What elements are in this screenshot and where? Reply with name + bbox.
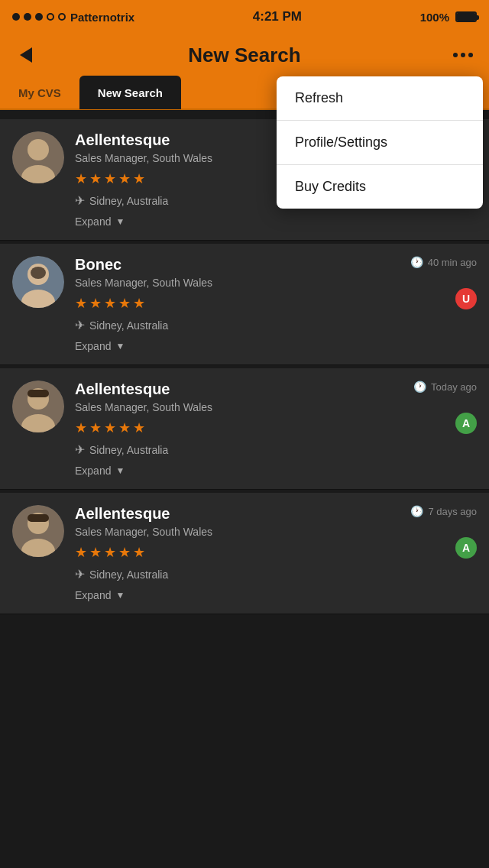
svg-point-6 — [31, 267, 46, 279]
card-info-4: Aellentesque Sales Manager, South Wales … — [75, 505, 477, 601]
svg-point-1 — [28, 139, 49, 160]
location-icon-2: ✈ — [75, 318, 85, 332]
status-left: Patternotrix — [12, 11, 134, 24]
avatar-1 — [12, 131, 64, 183]
clock-icon-2: 🕐 — [410, 256, 423, 268]
card-meta-2: 🕐 40 min ago — [410, 256, 477, 268]
profile-card-4[interactable]: Aellentesque Sales Manager, South Wales … — [0, 493, 489, 614]
star-2: ★ — [89, 295, 102, 312]
avatar-4 — [12, 505, 64, 557]
expand-arrow-icon-1: ▼ — [115, 216, 125, 227]
dot-2 — [24, 13, 31, 21]
more-options-button[interactable] — [449, 41, 477, 69]
battery-percent: 100% — [420, 11, 449, 24]
card-info-2: Bonec Sales Manager, South Wales ★ ★ ★ ★… — [75, 256, 477, 352]
expand-arrow-icon-2: ▼ — [115, 341, 125, 351]
profile-card-3[interactable]: Aellentesque Sales Manager, South Wales … — [0, 368, 489, 490]
star-5: ★ — [133, 419, 145, 436]
star-4: ★ — [118, 295, 131, 312]
timestamp-2: 40 min ago — [428, 257, 477, 268]
dropdown-profile-settings[interactable]: Profile/Settings — [277, 121, 483, 165]
card-meta-4: 🕐 7 days ago — [410, 505, 477, 517]
card-role-2: Sales Manager, South Wales — [75, 277, 477, 289]
clock-icon-3: 🕐 — [413, 381, 426, 393]
star-1: ★ — [75, 419, 87, 436]
clock-icon-4: 🕐 — [410, 505, 423, 517]
card-info-3: Aellentesque Sales Manager, South Wales … — [75, 381, 477, 477]
timestamp-4: 7 days ago — [428, 506, 477, 517]
star-2: ★ — [89, 419, 102, 436]
dropdown-menu: Refresh Profile/Settings Buy Credits — [277, 76, 483, 209]
star-5: ★ — [133, 170, 145, 187]
tab-new-search[interactable]: New Search — [79, 76, 181, 109]
card-location-2: ✈ Sidney, Australia — [75, 318, 477, 332]
star-3: ★ — [104, 170, 116, 187]
back-button[interactable] — [12, 41, 40, 69]
location-icon-4: ✈ — [75, 567, 85, 581]
status-dots — [12, 13, 66, 21]
star-3: ★ — [104, 419, 116, 436]
battery-fill — [457, 13, 475, 21]
star-3: ★ — [104, 544, 116, 561]
star-1: ★ — [75, 170, 87, 187]
dropdown-buy-credits[interactable]: Buy Credits — [277, 165, 483, 209]
expand-btn-4[interactable]: Expand ▼ — [75, 589, 477, 601]
user-badge-4: A — [455, 537, 477, 559]
back-arrow-icon — [20, 47, 32, 63]
card-stars-2: ★ ★ ★ ★ ★ — [75, 295, 477, 312]
dot-1 — [12, 13, 20, 21]
dot-3 — [35, 13, 43, 21]
expand-btn-2[interactable]: Expand ▼ — [75, 340, 477, 352]
battery-icon — [455, 11, 477, 22]
dot-5 — [58, 13, 66, 21]
star-4: ★ — [118, 419, 131, 436]
expand-arrow-icon-4: ▼ — [115, 590, 125, 601]
star-1: ★ — [75, 295, 87, 312]
card-role-4: Sales Manager, South Wales — [75, 526, 477, 538]
profile-card-2[interactable]: Bonec Sales Manager, South Wales ★ ★ ★ ★… — [0, 244, 489, 365]
location-icon-1: ✈ — [75, 193, 85, 208]
card-location-4: ✈ Sidney, Australia — [75, 567, 477, 581]
star-4: ★ — [118, 170, 131, 187]
status-bar: Patternotrix 4:21 PM 100% — [0, 0, 489, 34]
more-dot-2 — [461, 53, 465, 57]
status-time: 4:21 PM — [253, 9, 302, 24]
timestamp-3: Today ago — [431, 381, 477, 393]
status-right: 100% — [420, 11, 477, 24]
card-top-4: Aellentesque Sales Manager, South Wales … — [12, 505, 477, 601]
avatar-2 — [12, 256, 64, 308]
more-dot-1 — [453, 53, 458, 57]
star-4: ★ — [118, 544, 131, 561]
dropdown-refresh[interactable]: Refresh — [277, 76, 483, 121]
expand-arrow-icon-3: ▼ — [115, 465, 125, 476]
page-title: New Search — [188, 44, 300, 67]
card-stars-3: ★ ★ ★ ★ ★ — [75, 419, 477, 436]
card-top-2: Bonec Sales Manager, South Wales ★ ★ ★ ★… — [12, 256, 477, 352]
card-location-3: ✈ Sidney, Australia — [75, 442, 477, 457]
expand-btn-1[interactable]: Expand ▼ — [75, 215, 477, 228]
more-dot-3 — [468, 53, 473, 57]
svg-rect-14 — [28, 514, 49, 522]
star-3: ★ — [104, 295, 116, 312]
location-icon-3: ✈ — [75, 442, 85, 457]
card-stars-4: ★ ★ ★ ★ ★ — [75, 544, 477, 561]
star-5: ★ — [133, 295, 145, 312]
header: New Search — [0, 34, 489, 76]
svg-rect-10 — [28, 390, 49, 397]
app-name: Patternotrix — [70, 11, 134, 24]
user-badge-2: U — [455, 288, 477, 309]
user-badge-3: A — [455, 413, 477, 434]
star-5: ★ — [133, 544, 145, 561]
card-meta-3: 🕐 Today ago — [413, 381, 477, 393]
card-top-3: Aellentesque Sales Manager, South Wales … — [12, 381, 477, 477]
dot-4 — [47, 13, 54, 21]
avatar-3 — [12, 381, 64, 432]
star-2: ★ — [89, 170, 102, 187]
star-2: ★ — [89, 544, 102, 561]
star-1: ★ — [75, 544, 87, 561]
expand-btn-3[interactable]: Expand ▼ — [75, 465, 477, 477]
card-role-3: Sales Manager, South Wales — [75, 401, 477, 413]
tab-my-cvs[interactable]: My CVS — [0, 76, 79, 109]
